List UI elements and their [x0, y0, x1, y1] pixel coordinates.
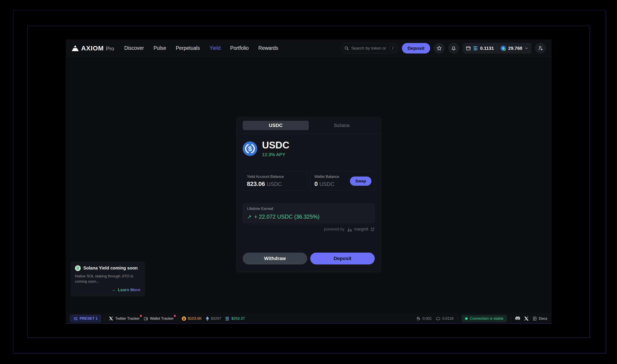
toast-solana-yield: Solana Yield coming soon Native SOL stak… [71, 262, 144, 296]
wallet-balances-pill[interactable]: 0.1131 $ H 29.768 [463, 43, 531, 54]
solana-icon [473, 46, 478, 50]
discord-button[interactable] [515, 316, 520, 321]
usdc-balance: 29.768 [508, 46, 522, 51]
provider-name: marginfi [354, 227, 368, 232]
wallet-balance-unit: USDC [320, 181, 334, 187]
btc-price: $103.6K [188, 316, 202, 321]
nav-item-discover[interactable]: Discover [124, 45, 144, 51]
navbar-right-group: / Deposit [341, 43, 546, 54]
star-icon [437, 46, 442, 51]
lifetime-earned-label: Lifetime Earned [247, 207, 370, 211]
gas-pump-icon [416, 316, 421, 321]
external-link-icon [370, 227, 375, 232]
powered-by-row[interactable]: powered by marginfi [243, 227, 375, 232]
eth-icon [206, 316, 209, 321]
priority-fee-value: 0.0118 [442, 316, 453, 321]
balance-row: Yield Account Balance 823.06USDC Wallet … [243, 171, 375, 191]
token-name: USDC [262, 140, 289, 150]
gas-value: 0.001 [423, 316, 432, 321]
toast-body: Native SOL staking through JITO is comin… [75, 274, 140, 284]
yield-balance-value: 823.06 [247, 181, 265, 187]
status-bar: PRESET 1 Twitter Tracker Wallet Tracker [66, 313, 552, 323]
app-window: AXIOM Pro Discover Pulse Perpetuals Yiel… [66, 39, 552, 324]
priority-fee: 0.0118 [436, 316, 453, 321]
powered-by-label: powered by [324, 227, 345, 232]
divider [497, 46, 497, 51]
yield-balance-unit: USDC [267, 181, 282, 187]
learn-more-link[interactable]: → Learn More [75, 287, 140, 292]
axiom-logo-icon [71, 45, 79, 51]
top-navbar: AXIOM Pro Discover Pulse Perpetuals Yiel… [66, 39, 552, 57]
lifetime-earned-tile: Lifetime Earned ↗ + 22.072 USDC (36.325%… [243, 203, 375, 223]
svg-text:₿: ₿ [183, 317, 185, 320]
x-twitter-icon [109, 316, 113, 321]
usdc-token-icon: $ [243, 142, 257, 156]
wallet-balance-value: 0 [314, 181, 318, 187]
up-right-arrow-icon: ↗ [247, 214, 252, 220]
deposit-button-card[interactable]: Deposit [310, 253, 375, 264]
coin-icon [436, 317, 440, 321]
toast-title: Solana Yield coming soon [83, 266, 138, 271]
yield-card-header: USDC Solana [237, 117, 381, 133]
x-social-button[interactable] [524, 316, 529, 321]
twitter-tracker-button[interactable]: Twitter Tracker [109, 316, 140, 321]
discord-icon [515, 316, 520, 321]
asset-tabs: USDC Solana [243, 121, 375, 130]
card-actions: Withdraw Deposit [243, 253, 375, 264]
docs-button[interactable]: Docs [533, 316, 547, 321]
divider [511, 316, 511, 321]
divider [457, 316, 458, 321]
account-settings-button[interactable] [535, 43, 546, 54]
bell-icon [451, 46, 456, 51]
tab-usdc[interactable]: USDC [243, 121, 309, 130]
watchlist-button[interactable] [434, 43, 445, 54]
svg-text:$: $ [248, 145, 252, 152]
notification-dot [140, 315, 142, 317]
search-shortcut-badge: / [389, 45, 397, 52]
nav-item-perpetuals[interactable]: Perpetuals [176, 45, 200, 51]
docs-label: Docs [539, 316, 547, 321]
sol-ticker: $250.37 [225, 316, 245, 321]
nav-item-portfolio[interactable]: Portfolio [230, 45, 249, 51]
main-content: USDC Solana $ USDC 12.3% APY [66, 57, 552, 313]
gas-fee: 0.001 [416, 316, 432, 321]
brand-suffix: Pro [106, 46, 114, 52]
arrow-right-icon: → [112, 287, 116, 292]
wallet-balance-tile: Wallet Balance 0USDC Swap [310, 171, 375, 191]
sol-balance: 0.1131 [480, 46, 494, 51]
wallet-tracker-button[interactable]: Wallet Tracker [144, 316, 174, 321]
deposit-button-topbar[interactable]: Deposit [402, 43, 430, 53]
marginfi-logo-icon [347, 227, 352, 232]
nav-item-yield[interactable]: Yield [210, 45, 220, 51]
tab-solana[interactable]: Solana [309, 121, 375, 130]
preset-selector[interactable]: PRESET 1 [70, 315, 101, 322]
preset-label: PRESET 1 [80, 316, 98, 321]
solana-green-icon [75, 265, 81, 271]
chevron-down-icon [525, 46, 528, 50]
wallet-icon [466, 46, 471, 51]
yield-card-body: $ USDC 12.3% APY Yield Account Balance 8… [237, 133, 381, 272]
notification-dot [174, 315, 176, 317]
brand[interactable]: AXIOM Pro [71, 44, 114, 52]
yield-card: USDC Solana $ USDC 12.3% APY [236, 117, 381, 272]
swap-button[interactable]: Swap [350, 177, 372, 186]
search-bar[interactable]: / [341, 43, 398, 53]
connection-status: Connection is stable [462, 315, 507, 322]
eth-price: $3297 [211, 316, 221, 321]
search-input[interactable] [351, 46, 387, 51]
preset-filter-icon [74, 316, 78, 321]
nav-item-pulse[interactable]: Pulse [154, 45, 166, 51]
notifications-button[interactable] [448, 43, 459, 54]
nav-item-rewards[interactable]: Rewards [258, 45, 278, 51]
connection-label: Connection is stable [470, 316, 503, 321]
eth-ticker: $3297 [206, 316, 221, 321]
connection-dot [465, 317, 468, 320]
wallet-tracker-label: Wallet Tracker [150, 316, 174, 321]
withdraw-button[interactable]: Withdraw [243, 253, 307, 264]
yield-account-balance-tile: Yield Account Balance 823.06USDC [243, 171, 307, 191]
brand-name: AXIOM [81, 44, 104, 52]
docs-icon [533, 316, 537, 321]
divider [105, 316, 105, 321]
btc-ticker: ₿ $103.6K [182, 316, 202, 321]
wallet-tracker-icon [144, 316, 148, 321]
